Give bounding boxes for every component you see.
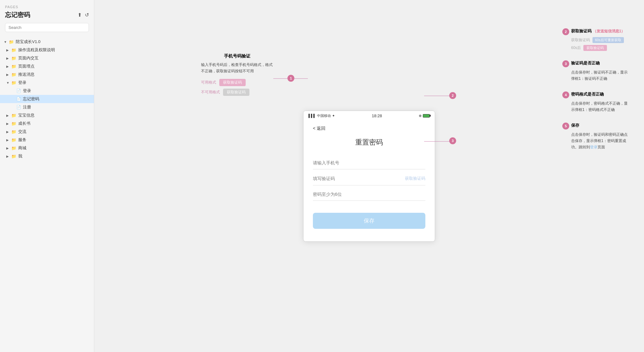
ann-body-3: 点击保存时，验证码不正确，显示弹框1：验证码不正确 xyxy=(562,69,628,82)
right-annotations: 2 获取验证码 （发送短信消息1） 获取验证码 60s后可重新获取 60s后 获… xyxy=(562,28,628,151)
tree-label: 商城 xyxy=(18,145,90,151)
folder-icon: 📁 xyxy=(11,80,16,85)
signal-bars: ▌▌▌ xyxy=(308,114,316,118)
caret-icon: ▶ xyxy=(6,138,11,142)
ann-bubble-3: 3 xyxy=(562,60,569,67)
folder-icon: 📁 xyxy=(11,56,16,61)
tree-label: 服务 xyxy=(18,137,90,143)
caret-icon: ▶ xyxy=(6,48,11,52)
folder-icon: 📁 xyxy=(11,129,16,134)
tree-item-service[interactable]: ▶📁服务 xyxy=(0,136,94,144)
gps-icon: ⊕ xyxy=(419,114,422,118)
ann2-row2: 60s后 获取验证码 xyxy=(562,45,628,51)
ann-bubble-4: 4 xyxy=(562,91,569,98)
tree-label: 页面内交互 xyxy=(18,55,90,61)
tree-label: 页面埋点 xyxy=(18,63,90,69)
tree-item-login-folder[interactable]: ▼📁登录 xyxy=(0,79,94,87)
folder-icon: 📁 xyxy=(11,64,16,69)
left-ann-btn-2: 获取验证码 xyxy=(223,89,249,96)
ann-bubble-2-connector: 2 xyxy=(449,92,456,99)
annotation-5: 5 保存 点击保存时，验证码和密码正确点击保存，显示弹框1：密码重置成功。跳转到… xyxy=(562,123,628,151)
tree-item-page-interact[interactable]: ▶📁页面内交互 xyxy=(0,54,94,62)
caret-icon: ▶ xyxy=(6,146,11,150)
caret-icon: ▶ xyxy=(6,130,11,134)
ann-title-5: 保存 xyxy=(571,123,579,128)
ann-body-4: 点击保存时，密码格式不正确，显示弹框1：密码格式不正确 xyxy=(562,100,628,113)
carrier: 中国移动 xyxy=(317,113,331,118)
left-annotation: 手机号码验证 输入手机号码后，检查手机号码格式，格式不正确，获取验证码按钮不可用… xyxy=(201,53,273,96)
tree-item-push-msg[interactable]: ▶📁推送消息 xyxy=(0,70,94,79)
ann2-btn2[interactable]: 获取验证码 xyxy=(583,45,607,51)
file-icon: 📄 xyxy=(16,89,21,93)
tree-label: 我 xyxy=(18,153,90,159)
phone-wrapper: ▌▌▌ 中国移动 ✦ 18:28 ⊕ < 返回 重置密码 获取验证码 xyxy=(303,111,435,242)
login-link[interactable]: 登录 xyxy=(590,145,598,149)
tree-item-me[interactable]: ▶📁我 xyxy=(0,152,94,160)
caret-icon: ▶ xyxy=(6,114,11,117)
tree-item-exchange[interactable]: ▶📁交流 xyxy=(0,128,94,136)
tree-item-forgot-page[interactable]: 📄忘记密码 xyxy=(0,95,94,103)
status-bar: ▌▌▌ 中国移动 ✦ 18:28 ⊕ xyxy=(303,111,435,121)
reset-title: 重置密码 xyxy=(313,138,425,147)
folder-icon: 📁 xyxy=(11,138,16,142)
password-field xyxy=(313,188,425,201)
tree-label: 注册 xyxy=(23,104,90,110)
history-icon[interactable]: ↺ xyxy=(85,12,89,18)
tree-item-login-page[interactable]: 📄登录 xyxy=(0,87,94,95)
wifi-icon: ✦ xyxy=(332,114,335,118)
tree-item-register-page[interactable]: 📄注册 xyxy=(0,103,94,111)
left-ann-title: 手机号码验证 xyxy=(201,53,273,59)
left-ann-label-2: 不可用格式 xyxy=(201,90,220,95)
ann2-row1: 获取验证码 60s后可重新获取 xyxy=(562,37,628,43)
title-icons: ⬆ ↺ xyxy=(78,12,89,18)
tree-item-page-bury[interactable]: ▶📁页面埋点 xyxy=(0,62,94,70)
save-button[interactable]: 保存 xyxy=(313,213,425,229)
caret-icon: ▼ xyxy=(4,40,8,44)
phone-mockup: ▌▌▌ 中国移动 ✦ 18:28 ⊕ < 返回 重置密码 获取验证码 xyxy=(303,111,435,242)
file-icon: 📄 xyxy=(16,97,21,101)
status-left: ▌▌▌ 中国移动 ✦ xyxy=(308,113,335,118)
caret-icon: ▶ xyxy=(6,122,11,125)
tree-label: 交流 xyxy=(18,129,90,135)
left-ann-label-1: 可用格式 xyxy=(201,80,216,85)
tree-label: 登录 xyxy=(18,80,90,85)
export-icon[interactable]: ⬆ xyxy=(78,12,82,18)
password-input[interactable] xyxy=(313,192,425,197)
caret-icon: ▶ xyxy=(6,65,11,68)
file-icon: 📄 xyxy=(16,105,21,109)
page-title: 忘记密码 xyxy=(5,11,30,19)
caret-icon: ▶ xyxy=(6,57,11,60)
phone-input[interactable] xyxy=(313,160,425,165)
tree-label: 忘记密码 xyxy=(23,96,90,102)
tree-item-ops[interactable]: ▶📁操作流程及权限说明 xyxy=(0,46,94,54)
ann-title-2: 获取验证码 （发送短信消息1） xyxy=(571,28,625,34)
left-ann-btn-1[interactable]: 获取验证码 xyxy=(219,79,246,86)
caret-icon: ▶ xyxy=(6,155,11,158)
search-input[interactable] xyxy=(5,23,89,32)
phone-body: < 返回 重置密码 获取验证码 保存 xyxy=(303,121,435,241)
ann-bubble-5: 5 xyxy=(562,123,569,129)
tree-label: 推送消息 xyxy=(18,72,90,77)
ann-bubble-1-connector: 1 xyxy=(287,75,294,82)
file-tree: ▼📁陪宝成长V1.0▶📁操作流程及权限说明▶📁页面内交互▶📁页面埋点▶📁推送消息… xyxy=(0,36,94,352)
tree-label: 登录 xyxy=(23,88,90,94)
tree-item-growth-book[interactable]: ▶📁成长书 xyxy=(0,119,94,128)
folder-icon: 📁 xyxy=(9,40,14,44)
verify-input[interactable] xyxy=(313,176,405,181)
annotation-4: 4 密码格式是否正确 点击保存时，密码格式不正确，显示弹框1：密码格式不正确 xyxy=(562,91,628,113)
back-button[interactable]: < 返回 xyxy=(313,126,425,131)
tree-item-baby-info[interactable]: ▶📁宝宝信息 xyxy=(0,111,94,119)
tree-label: 操作流程及权限说明 xyxy=(18,47,90,53)
main-content: 手机号码验证 输入手机号码后，检查手机号码格式，格式不正确，获取验证码按钮不可用… xyxy=(94,0,644,352)
get-verify-btn[interactable]: 获取验证码 xyxy=(405,176,425,181)
ann2-btn1: 60s后可重新获取 xyxy=(592,37,624,43)
ann-title-3: 验证码是否正确 xyxy=(571,60,600,66)
pages-label: PAGES xyxy=(5,5,89,9)
sidebar: PAGES 忘记密码 ⬆ ↺ ▼📁陪宝成长V1.0▶📁操作流程及权限说明▶📁页面… xyxy=(0,0,94,352)
tree-item-root[interactable]: ▼📁陪宝成长V1.0 xyxy=(0,38,94,46)
folder-icon: 📁 xyxy=(11,121,16,126)
sidebar-header: PAGES 忘记密码 ⬆ ↺ xyxy=(0,0,94,36)
folder-icon: 📁 xyxy=(11,72,16,77)
tree-item-shop[interactable]: ▶📁商城 xyxy=(0,144,94,152)
left-ann-body: 输入手机号码后，检查手机号码格式，格式不正确，获取验证码按钮不可用 xyxy=(201,62,273,74)
